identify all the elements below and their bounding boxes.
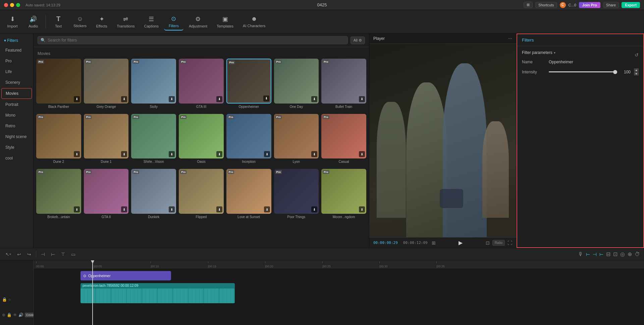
intensity-slider[interactable] [549, 71, 617, 72]
filter-clip[interactable]: ⊙ Oppenheimer [80, 271, 171, 280]
redo-button[interactable]: ↪ [26, 250, 33, 258]
sidebar-item-pro[interactable]: Pro [1, 56, 32, 66]
settings-icon[interactable]: ⏱ [635, 251, 640, 257]
filter-bullettrain[interactable]: Pro ⬇ Bullet Train [321, 59, 366, 109]
share-button[interactable]: Share [603, 2, 619, 8]
download-icon[interactable]: ⬇ [311, 151, 317, 157]
download-icon[interactable]: ⬇ [359, 96, 365, 102]
close-button[interactable] [4, 3, 8, 7]
download-icon[interactable]: ⬇ [359, 151, 365, 157]
microphone-icon[interactable]: 🎙 [578, 251, 583, 257]
download-icon[interactable]: ⬇ [311, 96, 317, 102]
tool-filters[interactable]: ⊙ Filters [164, 13, 183, 30]
download-icon[interactable]: ⬇ [169, 206, 175, 212]
filter-sicily[interactable]: Pro ⬇ Sicily [131, 59, 176, 109]
download-icon[interactable]: ⬇ [121, 206, 127, 212]
sidebar-item-scenery[interactable]: Scenery [1, 77, 32, 87]
download-icon[interactable]: ⬇ [311, 206, 317, 212]
intensity-increment[interactable]: ▲ [634, 68, 639, 72]
download-icon[interactable]: ⬇ [169, 151, 175, 157]
filter-black-panther[interactable]: Pro ⬇ Black Panther [36, 59, 81, 109]
filter-dunkirk[interactable]: Pro ⬇ Dunkirk [131, 169, 176, 219]
tool-audio[interactable]: 🔊 Audio [23, 13, 43, 30]
delete-button[interactable]: ▭ [70, 250, 77, 258]
eye-icon[interactable]: 👁 [13, 313, 17, 317]
filter-dune2[interactable]: Pro ⬇ Dune 2 [36, 114, 81, 164]
sidebar-item-portrait[interactable]: Portrait [1, 100, 32, 110]
all-filter-button[interactable]: All ⚙ [351, 37, 365, 44]
download-icon[interactable]: ⬇ [121, 96, 127, 102]
sidebar-item-mono[interactable]: Mono [1, 110, 32, 120]
more-icon[interactable]: ⊕ [628, 251, 632, 257]
filter-gta2[interactable]: Pro ⬇ GTA II [84, 169, 129, 219]
align-icon[interactable]: ⊟ [606, 251, 610, 257]
add-track-icon[interactable]: ⊕ [2, 313, 5, 317]
split-begin-button[interactable]: ⊣ [40, 250, 46, 258]
reset-button[interactable]: ↺ [635, 52, 639, 58]
tool-adjustment[interactable]: ⚙ Adjustment [185, 13, 211, 30]
join-pro-button[interactable]: Join Pro [579, 2, 600, 8]
download-icon[interactable]: ⬇ [216, 206, 222, 212]
filter-casual[interactable]: Pro ⬇ Casual [321, 114, 366, 164]
tool-transitions[interactable]: ⇌ Transitions [113, 13, 139, 30]
export-button[interactable]: Export [622, 2, 640, 8]
select-tool-dropdown[interactable]: ▾ [9, 252, 11, 256]
lock-icon[interactable]: 🔒 [2, 297, 7, 302]
ratio-button[interactable]: Ratio [492, 240, 505, 246]
sidebar-item-style[interactable]: Style [1, 142, 32, 152]
tool-import[interactable]: ⬇ Import [3, 13, 22, 30]
video-clip[interactable]: pexels-ron-lach-7856592 00:00:12:09 [80, 283, 235, 303]
download-icon[interactable]: ⬇ [263, 95, 269, 102]
filter-inception[interactable]: Pro ⬇ Inception [226, 114, 271, 164]
select-tool-button[interactable]: ↖ ▾ [4, 250, 12, 258]
filter-flipped[interactable]: Pro ⬇ Flipped [179, 169, 224, 219]
download-icon[interactable]: ⬇ [264, 151, 270, 157]
tool-text[interactable]: T Text [49, 13, 68, 30]
filter-lovesunset[interactable]: Pro ⬇ Love at Sunset [226, 169, 271, 219]
audio-track-icon[interactable]: 🔊 [18, 313, 23, 317]
download-icon[interactable]: ⬇ [216, 96, 222, 102]
filter-gta3[interactable]: Pro ⬇ GTA III [179, 59, 224, 109]
sidebar-item-cool[interactable]: cool [1, 153, 32, 163]
filter-grey-orange[interactable]: Pro ⬇ Grey Orange [84, 59, 129, 109]
filter-brokeback[interactable]: Pro ⬇ Brokeb...untain [36, 169, 81, 219]
shortcuts-button[interactable]: Shortcuts [535, 2, 557, 8]
filter-shirleyvision[interactable]: Pro ⬇ Shirle...Vision [131, 114, 176, 164]
sidebar-item-night-scene[interactable]: Night scene [1, 132, 32, 142]
filter-moonraking[interactable]: Pro ⬇ Moonr...ngdom [321, 169, 366, 219]
tool-stickers[interactable]: ☺ Stickers [69, 13, 91, 30]
download-icon[interactable]: ⬇ [264, 206, 270, 212]
filter-oasis[interactable]: Pro ⬇ Oasis [179, 114, 224, 164]
layout-grid-icon[interactable]: ⊞ [432, 240, 436, 246]
monitor-button[interactable]: ⊞ [524, 2, 533, 8]
filter-ctrl-icon[interactable]: ○ [8, 297, 11, 302]
trim-left-icon[interactable]: ⊢ [599, 252, 603, 257]
caption-tl-icon[interactable]: ⊡ [613, 251, 618, 257]
filter-dune1[interactable]: Pro ⬇ Dune 1 [84, 114, 129, 164]
filter-lyon[interactable]: Pro ⬇ Lyon [274, 114, 319, 164]
split-end-button[interactable]: ⊤ [60, 250, 66, 258]
lock2-icon[interactable]: 🔒 [7, 313, 12, 317]
fullscreen-icon[interactable]: ⛶ [507, 240, 512, 246]
undo-button[interactable]: ↩ [16, 250, 22, 258]
tool-ai-characters[interactable]: ☻ AI Characters [239, 13, 269, 30]
tool-effects[interactable]: ✦ Effects [92, 13, 111, 30]
trim-right-icon[interactable]: ⊢ [586, 252, 590, 257]
filter-oppenheimer[interactable]: Pro ⬇ Oppenheimer [226, 59, 271, 109]
download-icon[interactable]: ⬇ [121, 151, 127, 157]
split-audio-icon[interactable]: ⊣ [593, 252, 597, 257]
sticker-tl-icon[interactable]: ◎ [620, 251, 625, 257]
download-icon[interactable]: ⬇ [359, 206, 365, 212]
download-icon[interactable]: ⬇ [74, 96, 80, 102]
search-input[interactable] [48, 38, 345, 43]
sidebar-item-movies[interactable]: Movies [1, 88, 32, 99]
play-button[interactable]: ▶ [459, 240, 463, 246]
intensity-decrement[interactable]: ▼ [634, 72, 639, 75]
crop-icon[interactable]: ⊡ [486, 240, 490, 246]
tool-captions[interactable]: ☰ Captions [140, 13, 163, 30]
minimize-button[interactable] [10, 3, 14, 7]
download-icon[interactable]: ⬇ [216, 151, 222, 157]
filter-oneday[interactable]: Pro ⬇ One Day [274, 59, 319, 109]
sidebar-item-featured[interactable]: Featured [1, 45, 32, 55]
maximize-button[interactable] [16, 3, 20, 7]
